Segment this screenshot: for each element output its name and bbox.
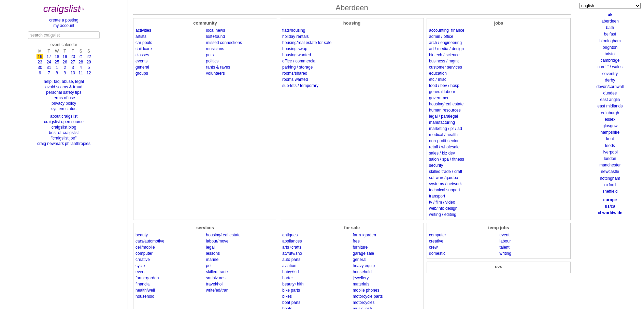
link-skilled-trade[interactable]: skilled trade / craft [429,168,568,175]
link-free[interactable]: free [353,238,422,244]
link-office-commercial[interactable]: office / commercial [282,58,421,64]
link-devon[interactable]: devon/cornwall [579,84,641,90]
link-aviation[interactable]: aviation [282,263,351,269]
link-boat-parts[interactable]: boat parts [282,299,351,306]
link-nottingham[interactable]: nottingham [579,175,641,182]
link-groups[interactable]: groups [135,70,204,76]
link-kent[interactable]: kent [579,136,641,142]
cal-day[interactable]: 7 [45,70,53,76]
cal-day[interactable]: 26 [61,59,69,65]
link-leeds[interactable]: leeds [579,143,641,149]
cal-day[interactable]: 18 [53,54,61,59]
cal-day[interactable]: 12 [85,70,92,76]
cal-day[interactable]: 20 [69,54,77,59]
link-bikes[interactable]: bikes [282,293,351,299]
link-marine[interactable]: marine [206,256,275,263]
link-tj-crew[interactable]: crew [429,244,498,250]
cal-day[interactable]: 11 [77,70,85,76]
link-tj-labour[interactable]: labour [500,238,569,244]
link-sheffield[interactable]: sheffield [579,188,641,195]
link-aberdeen[interactable]: aberdeen [579,18,641,25]
europe-label[interactable]: europe [579,197,641,202]
usca-label[interactable]: us/ca [579,204,641,209]
link-software[interactable]: software/qa/dba [429,175,568,181]
link-classes[interactable]: classes [135,52,204,58]
link-etc-misc[interactable]: etc / misc [429,76,568,83]
link-localnews[interactable]: local news [206,27,275,33]
link-admin[interactable]: admin / office [429,33,568,40]
link-auto-parts[interactable]: auto parts [282,256,351,263]
cal-day[interactable]: 21 [77,54,85,59]
link-health-well[interactable]: health/well [135,287,204,293]
link-events[interactable]: events [135,58,204,64]
language-select[interactable]: english deutsch español français italian… [579,3,641,9]
link-jewellery[interactable]: jewellery [353,275,422,281]
link-brighton[interactable]: brighton [579,44,641,51]
craigslist-blog-link[interactable]: craigslist blog [5,125,123,130]
link-transport[interactable]: transport [429,193,568,199]
help-faq-link[interactable]: help, faq, abuse, legal [5,79,123,84]
avoid-scams-link[interactable]: avoid scams & fraud [5,85,123,89]
link-human-resources[interactable]: human resources [429,107,568,113]
cal-day[interactable]: 31 [45,65,53,70]
link-politics[interactable]: politics [206,58,275,64]
link-art-media[interactable]: art / media / design [429,46,568,52]
link-event[interactable]: event [135,269,204,275]
link-housing-swap[interactable]: housing swap [282,46,421,52]
link-tj-writing[interactable]: writing [500,250,569,256]
link-cars-auto[interactable]: cars/automotive [135,238,204,244]
link-east-midlands[interactable]: east midlands [579,103,641,109]
link-food-bev[interactable]: food / bev / hosp [429,83,568,89]
link-housing-wanted[interactable]: housing wanted [282,52,421,58]
cal-day[interactable]: 22 [85,54,92,59]
link-east-anglia[interactable]: east anglia [579,97,641,103]
cal-day[interactable]: 17 [45,54,53,59]
link-motorcycles[interactable]: motorcycles [353,299,422,306]
link-dundee[interactable]: dundee [579,90,641,97]
link-cycle[interactable]: cycle [135,263,204,269]
link-farm-garden-fs[interactable]: farm+garden [353,232,422,238]
link-housing-re[interactable]: housing/real estate [429,101,568,107]
link-education[interactable]: education [429,70,568,76]
link-baby-kid[interactable]: baby+kid [282,269,351,275]
craig-newmark-link[interactable]: craig newmark philanthropies [5,141,123,146]
link-bristol[interactable]: bristol [579,51,641,57]
link-tv-film[interactable]: tv / film / video [429,199,568,205]
link-general-fs[interactable]: general [353,256,422,263]
link-london[interactable]: london [579,156,641,162]
cal-day[interactable]: 1 [53,65,61,70]
link-music-instr[interactable]: music instr [353,306,422,309]
link-derby[interactable]: derby [579,77,641,84]
link-essex[interactable]: essex [579,116,641,123]
link-sales[interactable]: sales / biz dev [429,150,568,156]
search-input[interactable] [28,31,100,39]
cal-day[interactable]: 9 [61,70,69,76]
cal-day[interactable]: 8 [53,70,61,76]
link-motorcycle-parts[interactable]: motorcycle parts [353,293,422,299]
link-household-fs[interactable]: household [353,269,422,275]
cal-day[interactable]: 5 [85,65,92,70]
best-of-link[interactable]: best-of-craigslist [5,130,123,135]
link-tj-computer[interactable]: computer [429,232,498,238]
cal-day[interactable]: 3 [69,65,77,70]
cal-day[interactable]: 25 [53,59,61,65]
link-legal-paralegal[interactable]: legal / paralegal [429,113,568,119]
link-biotech[interactable]: biotech / science [429,52,568,58]
link-medical-health[interactable]: medical / health [429,132,568,138]
link-edinburgh[interactable]: edinburgh [579,110,641,116]
link-general[interactable]: general [135,64,204,70]
link-creative[interactable]: creative [135,256,204,263]
cal-day-today[interactable]: 16 [35,54,45,59]
link-lessons[interactable]: lessons [206,250,275,256]
link-glasgow[interactable]: glasgow [579,123,641,129]
link-volunteers[interactable]: volunteers [206,70,275,76]
link-bike-parts[interactable]: bike parts [282,287,351,293]
link-oxford[interactable]: oxford [579,182,641,188]
link-belfast[interactable]: belfast [579,31,641,38]
cal-day[interactable]: 29 [85,59,92,65]
link-tj-domestic[interactable]: domestic [429,250,498,256]
link-pet[interactable]: pet [206,263,275,269]
link-computer[interactable]: computer [135,250,204,256]
logo-text[interactable]: craigslist [43,3,81,14]
link-travel[interactable]: travel/hol [206,281,275,287]
